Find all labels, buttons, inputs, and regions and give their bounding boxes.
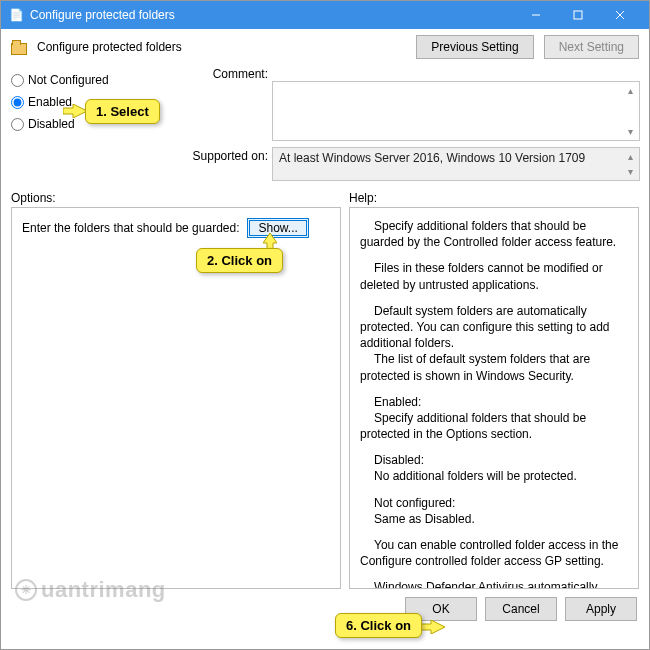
show-button[interactable]: Show... [247, 218, 308, 238]
options-pane: Enter the folders that should be guarded… [11, 207, 341, 589]
radio-disabled-input[interactable] [11, 118, 24, 131]
supported-on-label: Supported on: [192, 147, 272, 181]
scroll-up-icon[interactable]: ▴ [623, 149, 638, 164]
cancel-button[interactable]: Cancel [485, 597, 557, 621]
supported-on-value: At least Windows Server 2016, Windows 10… [272, 147, 640, 181]
help-text: Specify additional folders that should b… [360, 410, 628, 442]
help-text: Specify additional folders that should b… [360, 218, 628, 250]
policy-title: Configure protected folders [37, 40, 406, 54]
help-label: Help: [349, 191, 639, 205]
annotation-1: 1. Select [85, 99, 160, 124]
annotation-2: 2. Click on [196, 248, 283, 273]
annotation-6: 6. Click on [335, 613, 422, 638]
radio-enabled-input[interactable] [11, 96, 24, 109]
svg-rect-1 [574, 11, 582, 19]
close-button[interactable] [599, 1, 641, 29]
help-text: Disabled: [360, 452, 628, 468]
radio-not-configured[interactable]: Not Configured [11, 73, 186, 87]
help-text: Default system folders are automatically… [360, 303, 628, 352]
options-row-label: Enter the folders that should be guarded… [22, 221, 239, 235]
header: Configure protected folders Previous Set… [1, 29, 649, 65]
scroll-up-icon[interactable]: ▴ [623, 83, 638, 98]
app-icon: 📄 [9, 8, 24, 22]
help-text: Same as Disabled. [360, 511, 628, 527]
svg-marker-4 [63, 104, 87, 118]
help-text: Enabled: [360, 394, 628, 410]
help-text: Not configured: [360, 495, 628, 511]
options-label: Options: [11, 191, 341, 205]
help-text: You can enable controlled folder access … [360, 537, 628, 569]
help-text: The list of default system folders that … [360, 351, 628, 383]
help-pane: Specify additional folders that should b… [349, 207, 639, 589]
radio-not-configured-input[interactable] [11, 74, 24, 87]
footer: OK Cancel Apply [1, 589, 649, 629]
help-text: Windows Defender Antivirus automatically… [360, 579, 628, 589]
window-title: Configure protected folders [30, 8, 515, 22]
svg-marker-6 [421, 620, 445, 634]
radio-not-configured-label: Not Configured [28, 73, 109, 87]
help-text: No additional folders will be protected. [360, 468, 628, 484]
radio-disabled-label: Disabled [28, 117, 75, 131]
arrow-icon [63, 104, 87, 118]
maximize-button[interactable] [557, 1, 599, 29]
minimize-button[interactable] [515, 1, 557, 29]
next-setting-button[interactable]: Next Setting [544, 35, 639, 59]
previous-setting-button[interactable]: Previous Setting [416, 35, 533, 59]
supported-on-text: At least Windows Server 2016, Windows 10… [279, 151, 585, 165]
comment-textarea[interactable]: ▴ ▾ [272, 81, 640, 141]
comment-label: Comment: [192, 65, 272, 81]
folder-icon [11, 43, 27, 55]
scroll-down-icon[interactable]: ▾ [623, 124, 638, 139]
apply-button[interactable]: Apply [565, 597, 637, 621]
scroll-down-icon[interactable]: ▾ [623, 164, 638, 179]
help-text: Files in these folders cannot be modifie… [360, 260, 628, 292]
titlebar: 📄 Configure protected folders [1, 1, 649, 29]
arrow-icon [421, 620, 445, 634]
